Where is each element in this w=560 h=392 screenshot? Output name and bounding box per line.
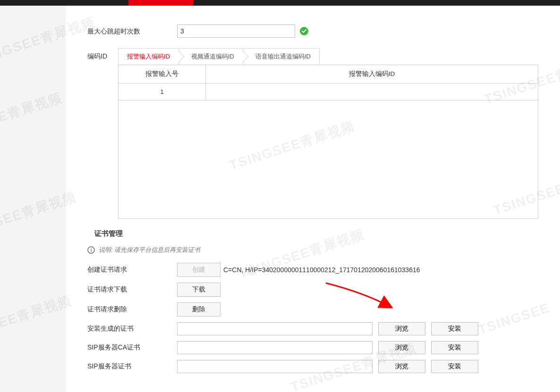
cert-section-title: 证书管理 — [94, 229, 538, 238]
cert-create-text: C=CN, H/IP=34020000001110000212_17170120… — [223, 266, 420, 274]
tab-alarm-encode-label: 报警输入编码ID — [127, 53, 170, 60]
cert-ca-label: SIP服务器CA证书 — [87, 343, 177, 352]
info-icon: i — [87, 246, 95, 254]
cert-delete-button[interactable]: 删除 — [177, 302, 221, 317]
sidebar — [0, 6, 66, 392]
cell-alarm-id — [206, 83, 538, 100]
heartbeat-label: 最大心跳超时次数 — [87, 27, 177, 35]
cert-create-label: 创建证书请求 — [87, 266, 177, 274]
cert-generated-label: 安装生成的证书 — [87, 325, 177, 333]
cert-delete-label: 证书请求删除 — [87, 305, 177, 314]
heartbeat-input[interactable] — [177, 25, 295, 38]
tab-preview-strip[interactable] — [64, 0, 128, 6]
cert-download-button[interactable]: 下载 — [177, 283, 221, 297]
tab-voice-encode-label: 语音输出通道编码ID — [255, 53, 311, 60]
cert-create-button: 创建 — [177, 263, 221, 277]
cert-server-input[interactable] — [177, 360, 373, 373]
encode-id-label: 编码ID — [87, 48, 118, 60]
tab-config-strip[interactable] — [128, 0, 193, 6]
cert-server-label: SIP服务器证书 — [87, 362, 177, 371]
table-row[interactable]: 1 — [119, 83, 538, 100]
tab-voice-encode[interactable]: 语音输出通道编码ID — [243, 49, 319, 65]
th-alarm-id: 报警输入编码ID — [206, 65, 538, 83]
cell-alarm-no: 1 — [119, 83, 206, 100]
cert-generated-input[interactable] — [177, 322, 373, 335]
cert-server-browse-button[interactable]: 浏览 — [378, 360, 425, 373]
tab-video-encode[interactable]: 视频通道编码ID — [179, 49, 243, 65]
cert-download-label: 证书请求下载 — [87, 285, 177, 294]
tab-video-encode-label: 视频通道编码ID — [191, 53, 234, 60]
top-bar — [0, 0, 560, 6]
cert-note: 说明: 请先保存平台信息后再安装证书 — [99, 246, 200, 254]
cert-ca-install-button[interactable]: 安装 — [431, 341, 478, 354]
cert-ca-browse-button[interactable]: 浏览 — [378, 341, 425, 354]
cert-ca-input[interactable] — [177, 341, 373, 354]
th-alarm-no: 报警输入号 — [119, 65, 206, 83]
encode-table: 报警输入号 报警输入编码ID 1 — [118, 65, 538, 219]
tab-alarm-encode[interactable]: 报警输入编码ID — [119, 49, 179, 65]
cert-generated-install-button[interactable]: 安装 — [431, 322, 478, 335]
check-ok-icon — [300, 27, 308, 35]
cert-generated-browse-button[interactable]: 浏览 — [378, 322, 425, 335]
cert-server-install-button[interactable]: 安装 — [431, 360, 478, 373]
